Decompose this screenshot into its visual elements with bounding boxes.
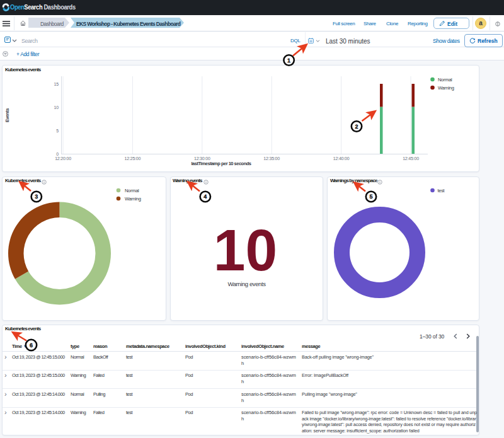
svg-text:test: test	[438, 188, 445, 193]
svg-text:Warning: Warning	[125, 196, 141, 202]
svg-text:lastTimestamp per 10 seconds: lastTimestamp per 10 seconds	[191, 161, 251, 166]
svg-text:0: 0	[56, 152, 59, 156]
svg-text:Warning: Warning	[438, 85, 454, 91]
svg-text:12:25:00: 12:25:00	[125, 156, 141, 161]
svg-text:12:30:00: 12:30:00	[194, 156, 210, 161]
svg-text:12:45:00: 12:45:00	[403, 156, 419, 161]
svg-text:12:40:00: 12:40:00	[333, 156, 350, 161]
svg-text:Normal: Normal	[438, 77, 452, 83]
svg-text:12:35:00: 12:35:00	[263, 156, 280, 161]
svg-text:5: 5	[56, 129, 59, 133]
svg-text:Normal: Normal	[125, 188, 139, 193]
svg-text:12:20:00: 12:20:00	[55, 156, 71, 161]
svg-text:15: 15	[54, 82, 59, 86]
svg-text:10: 10	[54, 105, 59, 110]
svg-text:Events: Events	[4, 108, 10, 122]
